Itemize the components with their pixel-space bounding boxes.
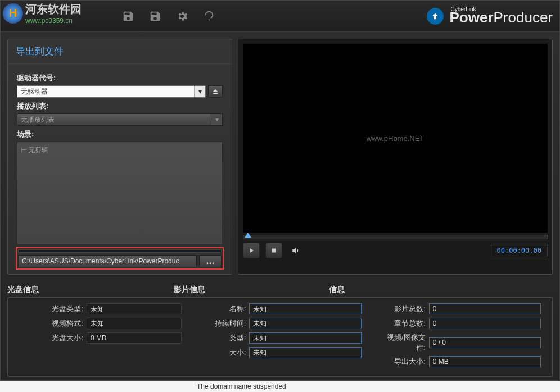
movies-count-value: 0	[429, 303, 541, 314]
preview-panel: www.pHome.NET 00:00:00.00	[238, 39, 553, 275]
disc-type-label: 光盘类型:	[19, 304, 87, 314]
info-panel: 光盘类型: 未知 视频格式: 未知 光盘大小: 0 MB 名称: 未知 持续时间…	[7, 297, 553, 377]
chevron-down-icon: ▾	[211, 114, 222, 125]
movie-name-label: 名称:	[198, 304, 249, 314]
disc-info-column: 光盘类型: 未知 视频格式: 未知 光盘大小: 0 MB	[19, 303, 182, 371]
video-format-value: 未知	[87, 318, 182, 329]
chevron-down-icon: ▾	[194, 86, 205, 97]
stats-column: 影片总数: 0 章节总数: 0 视频/图像文件: 0 / 0 导出大小: 0 M…	[378, 303, 541, 371]
slider-track[interactable]	[18, 249, 222, 253]
scene-item[interactable]: 无剪辑	[21, 145, 219, 155]
panel-title: 导出到文件	[8, 39, 232, 64]
status-text: The domain name suspended	[197, 382, 286, 390]
scene-label: 场景:	[17, 129, 223, 139]
video-watermark: www.pHome.NET	[367, 134, 424, 143]
site-url: www.pc0359.cn	[25, 17, 82, 25]
disc-type-value: 未知	[87, 303, 182, 314]
video-format-label: 视频格式:	[19, 318, 87, 329]
export-panel: 导出到文件 驱动器代号: 无驱动器 ▾ 播放列表: 无播放列表 ▾	[7, 39, 232, 275]
files-count-label: 视频/图像文件:	[378, 332, 429, 353]
volume-button[interactable]	[288, 243, 305, 258]
disc-size-label: 光盘大小:	[19, 333, 87, 343]
scene-list[interactable]: 无剪辑	[17, 142, 223, 245]
output-path-input[interactable]: C:\Users\ASUS\Documents\CyberLink\PowerP…	[18, 255, 197, 267]
movie-size-label: 大小:	[198, 348, 249, 358]
movie-name-value: 未知	[249, 303, 361, 314]
timeline-marker-icon[interactable]	[245, 233, 251, 238]
chapters-count-value: 0	[429, 318, 541, 329]
files-count-value: 0 / 0	[429, 337, 541, 348]
eject-button[interactable]	[208, 85, 223, 98]
drive-select[interactable]: 无驱动器 ▾	[17, 85, 206, 98]
titlebar: CyberLink PowerProducer	[1, 1, 559, 32]
movie-type-label: 类型:	[198, 333, 249, 343]
site-logo-icon: H	[3, 3, 23, 24]
chapters-count-label: 章节总数:	[378, 318, 429, 329]
save-icon[interactable]	[120, 8, 137, 25]
tab-movie-info[interactable]: 影片信息	[174, 285, 205, 295]
tab-info[interactable]: 信息	[329, 285, 345, 295]
site-watermark: H 河东软件园 www.pc0359.cn	[3, 2, 82, 25]
save-as-icon[interactable]	[147, 8, 164, 25]
playlist-select[interactable]: 无播放列表 ▾	[17, 113, 223, 126]
status-bar: The domain name suspended	[0, 381, 560, 392]
highlighted-region: C:\Users\ASUS\Documents\CyberLink\PowerP…	[16, 247, 224, 270]
movie-type-value: 未知	[249, 332, 361, 344]
settings-icon[interactable]	[174, 8, 191, 25]
video-timeline[interactable]	[243, 235, 548, 239]
drive-label: 驱动器代号:	[17, 73, 223, 83]
tab-disc-info[interactable]: 光盘信息	[7, 285, 39, 295]
video-preview: www.pHome.NET	[243, 44, 548, 233]
playlist-label: 播放列表:	[17, 101, 223, 111]
movie-info-column: 名称: 未知 持续时间: 未知 类型: 未知 大小: 未知	[198, 303, 361, 371]
movie-size-value: 未知	[249, 347, 361, 358]
duration-value: 未知	[249, 318, 361, 329]
help-icon[interactable]	[201, 8, 218, 25]
disc-size-value: 0 MB	[87, 332, 182, 344]
site-name: 河东软件园	[25, 2, 82, 17]
play-button[interactable]	[243, 243, 260, 258]
app-window: H 河东软件园 www.pc0359.cn Cybe	[0, 0, 560, 381]
duration-label: 持续时间:	[198, 318, 249, 329]
export-size-label: 导出大小:	[378, 357, 429, 367]
movies-count-label: 影片总数:	[378, 304, 429, 314]
export-size-value: 0 MB	[429, 356, 541, 367]
stop-button[interactable]	[265, 243, 282, 258]
brand-product: PowerProducer	[449, 9, 553, 26]
brand-logo: CyberLink PowerProducer	[427, 6, 553, 26]
timecode-display: 00:00:00.00	[491, 244, 548, 257]
brand-arrow-icon	[427, 8, 444, 25]
browse-button[interactable]: …	[199, 255, 222, 267]
